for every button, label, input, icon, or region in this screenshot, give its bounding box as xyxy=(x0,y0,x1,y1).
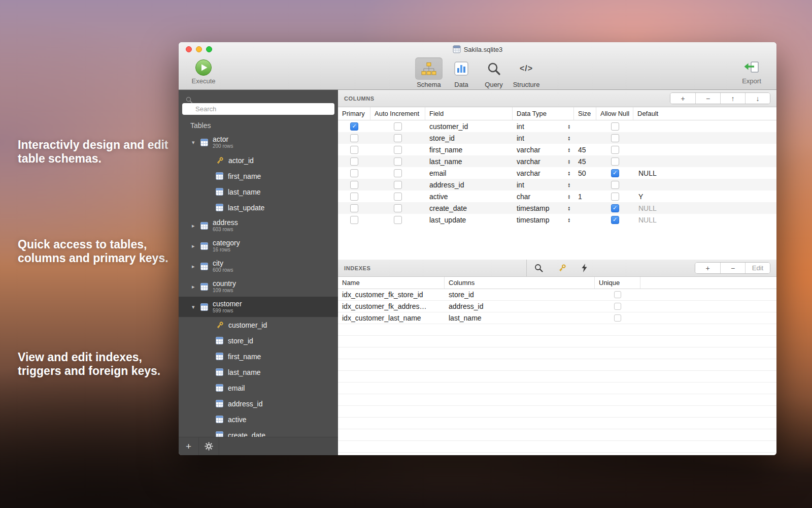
data-type-stepper[interactable]: ▴▾ xyxy=(568,171,570,176)
close-button[interactable] xyxy=(186,46,192,52)
columns-row[interactable]: last_updatetimestamp▴▾✓NULL xyxy=(338,214,776,226)
columns-row[interactable]: first_namevarchar▴▾45 xyxy=(338,144,776,155)
zoom-button[interactable] xyxy=(206,46,212,52)
tables-tree: ▾actor200 rowsactor_idfirst_namelast_nam… xyxy=(179,132,338,437)
tab-structure[interactable]: </> Structure xyxy=(513,57,540,88)
data-type-stepper[interactable]: ▴▾ xyxy=(568,217,570,223)
data-type-stepper[interactable]: ▴▾ xyxy=(568,206,570,211)
sidebar-column-store_id[interactable]: store_id xyxy=(179,333,338,348)
add-index-button[interactable]: + xyxy=(695,263,720,273)
allow-null-checkbox[interactable] xyxy=(611,181,619,189)
columns-row[interactable]: emailvarchar▴▾50✓NULL xyxy=(338,167,776,179)
auto-increment-checkbox[interactable] xyxy=(394,157,402,166)
primary-checkbox[interactable] xyxy=(350,134,358,142)
allow-null-checkbox[interactable]: ✓ xyxy=(611,204,619,212)
auto-increment-checkbox[interactable] xyxy=(394,204,402,212)
primary-checkbox[interactable] xyxy=(350,157,358,166)
search-input[interactable] xyxy=(182,103,334,115)
disclosure-closed-icon[interactable]: ▸ xyxy=(192,223,200,229)
sidebar-column-address_id[interactable]: address_id xyxy=(179,396,338,411)
disclosure-open-icon[interactable]: ▾ xyxy=(192,139,200,146)
sidebar-column-first_name[interactable]: first_name xyxy=(179,168,338,184)
data-type-stepper[interactable]: ▴▾ xyxy=(568,136,570,141)
columns-row[interactable]: store_idint▴▾ xyxy=(338,132,776,144)
index-search-icon[interactable] xyxy=(534,264,543,272)
primary-checkbox[interactable] xyxy=(350,169,358,177)
allow-null-checkbox[interactable] xyxy=(611,146,619,154)
auto-increment-checkbox[interactable] xyxy=(394,122,402,131)
allow-null-checkbox[interactable] xyxy=(611,134,619,142)
columns-row[interactable]: create_datetimestamp▴▾✓NULL xyxy=(338,202,776,214)
foreign-key-icon[interactable] xyxy=(558,264,566,272)
title-bar[interactable]: Sakila.sqlite3 xyxy=(179,42,776,56)
unique-checkbox[interactable] xyxy=(614,314,621,322)
sidebar-column-create_date[interactable]: create_date xyxy=(179,427,338,437)
columns-row[interactable]: ✓customer_idint▴▾ xyxy=(338,120,776,132)
sidebar-table-city[interactable]: ▸city600 rows xyxy=(179,256,338,276)
primary-checkbox[interactable] xyxy=(350,216,358,224)
sidebar-column-first_name[interactable]: first_name xyxy=(179,348,338,364)
auto-increment-checkbox[interactable] xyxy=(394,181,402,189)
sidebar-column-last_name[interactable]: last_name xyxy=(179,364,338,380)
tab-schema[interactable]: Schema xyxy=(415,57,443,88)
table-name: actor xyxy=(213,136,233,143)
sidebar-table-category[interactable]: ▸category16 rows xyxy=(179,236,338,256)
disclosure-closed-icon[interactable]: ▸ xyxy=(192,263,200,270)
data-type-stepper[interactable]: ▴▾ xyxy=(568,159,570,164)
primary-checkbox[interactable] xyxy=(350,146,358,154)
columns-row[interactable]: last_namevarchar▴▾45 xyxy=(338,155,776,167)
sidebar-column-last_update[interactable]: last_update xyxy=(179,200,338,215)
disclosure-closed-icon[interactable]: ▸ xyxy=(192,283,200,290)
execute-button[interactable]: Execute xyxy=(186,59,221,85)
sidebar-column-email[interactable]: email xyxy=(179,380,338,396)
disclosure-closed-icon[interactable]: ▸ xyxy=(192,243,200,249)
primary-checkbox[interactable] xyxy=(350,181,358,189)
columns-row[interactable]: activechar▴▾1Y xyxy=(338,190,776,202)
allow-null-checkbox[interactable] xyxy=(611,122,619,131)
sidebar-table-actor[interactable]: ▾actor200 rows xyxy=(179,132,338,152)
auto-increment-checkbox[interactable] xyxy=(394,216,402,224)
sidebar-column-customer_id[interactable]: customer_id xyxy=(179,317,338,333)
primary-checkbox[interactable]: ✓ xyxy=(350,122,358,131)
auto-increment-checkbox[interactable] xyxy=(394,193,402,201)
tab-data[interactable]: Data xyxy=(448,57,475,88)
sidebar-table-address[interactable]: ▸address603 rows xyxy=(179,215,338,236)
allow-null-checkbox[interactable] xyxy=(611,157,619,166)
export-button[interactable]: Export xyxy=(734,59,769,85)
settings-button[interactable] xyxy=(199,437,219,455)
primary-checkbox[interactable] xyxy=(350,204,358,212)
data-type-stepper[interactable]: ▴▾ xyxy=(568,182,570,187)
auto-increment-checkbox[interactable] xyxy=(394,169,402,177)
unique-checkbox[interactable] xyxy=(614,303,621,310)
add-table-button[interactable]: + xyxy=(179,437,199,455)
remove-column-button[interactable]: − xyxy=(695,93,720,104)
sidebar-table-customer[interactable]: ▾customer599 rows xyxy=(179,297,338,317)
index-row[interactable]: idx_customer_fk_store_idstore_id xyxy=(338,289,776,301)
disclosure-open-icon[interactable]: ▾ xyxy=(192,304,200,310)
data-type-stepper[interactable]: ▴▾ xyxy=(568,124,570,129)
add-column-button[interactable]: + xyxy=(670,93,695,104)
columns-row[interactable]: address_idint▴▾ xyxy=(338,179,776,190)
data-type-stepper[interactable]: ▴▾ xyxy=(568,147,570,152)
sidebar-column-active[interactable]: active xyxy=(179,411,338,427)
move-column-down-button[interactable]: ↓ xyxy=(745,93,770,104)
auto-increment-checkbox[interactable] xyxy=(394,134,402,142)
minimize-button[interactable] xyxy=(196,46,202,52)
allow-null-checkbox[interactable]: ✓ xyxy=(611,216,619,224)
tab-query[interactable]: Query xyxy=(480,57,507,88)
edit-index-button[interactable]: Edit xyxy=(745,263,770,273)
sidebar-column-actor_id[interactable]: actor_id xyxy=(179,152,338,168)
index-row[interactable]: idx_customer_fk_addres…address_id xyxy=(338,301,776,312)
unique-checkbox[interactable] xyxy=(614,291,621,298)
sidebar-column-last_name[interactable]: last_name xyxy=(179,184,338,200)
sidebar-table-country[interactable]: ▸country109 rows xyxy=(179,276,338,297)
remove-index-button[interactable]: − xyxy=(720,263,745,273)
move-column-up-button[interactable]: ↑ xyxy=(720,93,745,104)
primary-checkbox[interactable] xyxy=(350,193,358,201)
trigger-lightning-icon[interactable] xyxy=(581,264,588,272)
allow-null-checkbox[interactable]: ✓ xyxy=(611,169,619,177)
auto-increment-checkbox[interactable] xyxy=(394,146,402,154)
allow-null-checkbox[interactable] xyxy=(611,193,619,201)
data-type-stepper[interactable]: ▴▾ xyxy=(568,194,570,199)
index-row[interactable]: idx_customer_last_namelast_name xyxy=(338,312,776,324)
